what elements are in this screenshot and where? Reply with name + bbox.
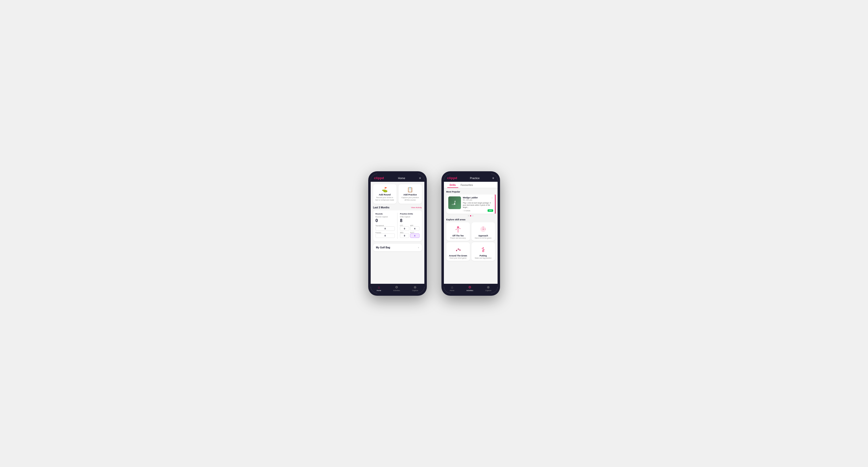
add-round-desc: Record your shots in fast or enhanced mo…	[375, 196, 395, 201]
add-round-card[interactable]: ⛳ Add Round Record your shots in fast or…	[373, 184, 397, 204]
practice-nav-activities[interactable]: ⚙ Activities	[467, 285, 473, 291]
app-item: APP 4	[410, 225, 420, 231]
dot-3	[472, 215, 473, 216]
menu-icon[interactable]: ≡	[419, 177, 421, 180]
off-the-tee-name: Off The Tee	[453, 235, 464, 237]
featured-drill-desc: Play 1 shot at each target yardage. If y…	[463, 202, 493, 208]
practice-capture-label: Capture	[485, 290, 492, 291]
tab-drills[interactable]: Drills	[447, 182, 458, 188]
side-accent	[495, 194, 496, 214]
golf-bag-label: My Golf Bag	[376, 246, 390, 249]
view-activity-link[interactable]: View Activity	[411, 207, 422, 209]
skill-approach[interactable]: Approach Dial-in to hit the green	[471, 222, 495, 241]
putting-icon	[479, 245, 488, 253]
practice-activities-label: Activities	[467, 290, 473, 291]
home-header: clippd Home ≡	[371, 174, 424, 182]
skill-off-the-tee[interactable]: Off The Tee Power and accuracy	[446, 222, 470, 241]
svg-point-19	[460, 250, 460, 250]
practice-row: Practice 0	[376, 232, 395, 238]
explore-title: Explore skill areas	[446, 218, 495, 221]
most-popular-label: Most Popular	[446, 191, 495, 193]
golf-bag-row[interactable]: My Golf Bag ›	[373, 244, 422, 251]
practice-tabs: Drills Favourites	[444, 182, 498, 188]
drills-capture-label: Drills Capture	[400, 216, 420, 218]
svg-point-20	[483, 250, 484, 252]
approach-name: Approach	[478, 235, 488, 237]
app-label: APP	[410, 225, 420, 226]
rounds-capture-label: Rounds Capture	[376, 216, 395, 218]
add-round-icon: ⛳	[382, 187, 388, 192]
putting-desc: Make and lag practice	[475, 257, 492, 259]
star-icon[interactable]: ☆	[491, 196, 493, 199]
nav-capture[interactable]: ⊕ Capture	[412, 285, 418, 291]
shots-count: ○ 9 shots	[463, 210, 470, 212]
practice-nav-home[interactable]: ⌂ Home	[450, 285, 454, 291]
drills-title: Practice Drills	[400, 213, 420, 215]
around-the-green-desc: Hone your short game	[450, 257, 466, 259]
golf-image-placeholder	[448, 196, 461, 209]
svg-point-18	[458, 249, 459, 249]
svg-point-22	[482, 248, 483, 249]
rounds-column: Rounds Rounds Capture 0 Tournament 0 Pra…	[376, 213, 395, 239]
svg-point-24	[483, 247, 484, 248]
action-cards-row: ⛳ Add Round Record your shots in fast or…	[373, 184, 422, 204]
add-practice-desc: Capture your practice off-the-course	[400, 196, 420, 201]
dot-1	[468, 215, 469, 216]
featured-drill-yardage: 50–100 yds	[463, 199, 493, 201]
carousel-dots	[446, 215, 495, 216]
practice-capture-icon: ⊕	[487, 285, 490, 289]
add-practice-card[interactable]: 📋 Add Practice Capture your practice off…	[399, 184, 422, 204]
featured-drill-info: Wedge Ladder 50–100 yds Play 1 shot at e…	[463, 196, 493, 212]
featured-drill-title: Wedge Ladder	[463, 196, 493, 199]
add-practice-icon: 📋	[407, 187, 413, 192]
svg-point-11	[483, 229, 484, 229]
practice-logo: clippd	[447, 176, 457, 180]
app-badge: APP	[488, 209, 493, 212]
practice-nav-capture[interactable]: ⊕ Capture	[485, 285, 492, 291]
skill-grid: Off The Tee Power and accuracy Approach …	[446, 222, 495, 261]
featured-card-wrap: Wedge Ladder 50–100 yds Play 1 shot at e…	[446, 194, 495, 214]
practice-home-label: Home	[450, 290, 454, 291]
tournament-label: Tournament	[376, 225, 395, 226]
activity-section-header: Last 3 Months View Activity	[373, 206, 422, 209]
practice-header-title: Practice	[470, 177, 480, 180]
off-the-tee-icon	[454, 225, 462, 234]
dot-2	[470, 215, 471, 216]
practice-home-icon: ⌂	[451, 285, 453, 289]
svg-point-7	[456, 229, 457, 230]
featured-drill-card[interactable]: Wedge Ladder 50–100 yds Play 1 shot at e…	[446, 194, 495, 214]
nav-activities[interactable]: ⚙ Activities	[393, 285, 400, 291]
arg-label: ARG	[400, 232, 409, 234]
arg-value: 0	[400, 234, 409, 238]
stats-columns: Rounds Rounds Capture 0 Tournament 0 Pra…	[376, 213, 420, 239]
practice-menu-icon[interactable]: ≡	[492, 177, 494, 180]
skill-around-the-green[interactable]: Around The Green Hone your short game	[446, 242, 470, 261]
app-value: 4	[410, 226, 420, 231]
stats-box: Rounds Rounds Capture 0 Tournament 0 Pra…	[373, 210, 422, 241]
activities-nav-icon: ⚙	[395, 285, 398, 289]
approach-icon	[479, 225, 488, 234]
arg-item: ARG 0	[400, 232, 409, 238]
drills-column: Practice Drills Drills Capture 8 OTT 0 A…	[400, 213, 420, 239]
add-round-title: Add Round	[379, 193, 391, 196]
ott-item: OTT 0	[400, 225, 409, 231]
phone-practice: clippd Practice ≡ Drills Favourites Most…	[441, 171, 500, 296]
svg-point-8	[460, 228, 461, 229]
capture-nav-label: Capture	[412, 290, 418, 291]
svg-point-17	[456, 250, 457, 251]
circle-icon: ○	[463, 210, 464, 212]
practice-content: Most Popular Wedge Ladde	[444, 188, 498, 284]
putt-label: PUTT	[410, 232, 420, 234]
tab-favourites[interactable]: Favourites	[458, 182, 475, 188]
phone-home: clippd Home ≡ ⛳ Add Round Record your sh…	[368, 171, 427, 296]
nav-home[interactable]: ⌂ Home	[376, 285, 381, 291]
skill-putting[interactable]: Putting Make and lag practice	[471, 242, 495, 261]
off-the-tee-desc: Power and accuracy	[450, 237, 466, 239]
approach-desc: Dial-in to hit the green	[475, 237, 492, 239]
practice-value: 0	[376, 234, 395, 238]
around-the-green-name: Around The Green	[449, 254, 467, 257]
around-the-green-icon	[454, 245, 462, 253]
activity-section-title: Last 3 Months	[373, 206, 390, 209]
putting-name: Putting	[479, 254, 487, 257]
header-title: Home	[398, 177, 405, 180]
